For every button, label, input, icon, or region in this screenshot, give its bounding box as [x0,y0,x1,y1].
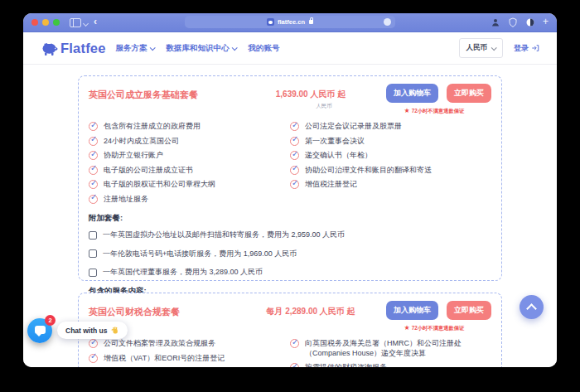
addons-title: 附加套餐: [89,213,491,224]
card-title: 英国公司财税合规套餐 [89,298,244,318]
pricing-card-uk-tax-compliance: 英国公司财税合规套餐 每月 2,289.00 人民币 起 加入购物车立即购买 ★… [78,293,502,367]
check-circle-icon [89,151,98,160]
check-circle-icon [89,122,98,131]
site-header: Flatfee 服务方案 数据库和知识中心 我的账号 人民币 登录 [23,32,557,65]
flatfee-logo[interactable]: Flatfee [41,41,106,56]
chat-unread-badge: 2 [45,315,56,326]
addon-option: 一年伦敦电话号码+电话接听服务，费用为 1,969.00 人民币 [89,249,491,259]
addon-option: 一年英国虚拟办公地址以及邮件扫描和转寄服务，费用为 2,959.00 人民币 [89,230,491,240]
feature-item: 包含所有注册成立的政府费用 [89,122,282,132]
browser-titlebar: ‹ flatfee.cn + [23,13,557,32]
check-circle-icon [290,137,299,146]
feature-item: 增值税（VAT）和EORI号的注册登记 [89,354,282,364]
new-tab-button[interactable]: + [543,17,549,27]
chevron-down-icon [231,45,237,51]
price-text: 每月 2,289.00 人民币 起 [244,306,377,317]
login-label: 登录 [514,43,529,54]
refund-guarantee-note: ★72小时不满意退款保证 [377,107,491,115]
buy-now-button[interactable]: 立即购买 [447,84,491,103]
site-favicon [267,18,274,26]
chat-label: Chat with us [65,327,108,335]
feature-item: 注册地址服务 [89,195,282,205]
feature-item: 按需提供的财税咨询服务 [290,363,483,367]
feature-item: 公司文件档案管理及政策合规服务 [89,339,282,349]
sidebar-chevron-down-icon[interactable] [83,21,89,27]
price-currency-sub: 人民币 [258,103,390,110]
currency-selector[interactable]: 人民币 [459,38,504,58]
feature-item: 递交确认书（年检） [290,151,483,161]
feature-list: 包含所有注册成立的政府费用 24小时内成立英国公司 协助开立银行账户 电子版的公… [89,122,491,209]
back-button[interactable]: ‹ [94,16,97,27]
login-arrow-icon [531,44,539,52]
feature-item: 电子版的公司注册成立证书 [89,166,282,176]
check-circle-icon [89,166,98,175]
minimize-window-button[interactable] [42,19,49,26]
feature-item: 向英国税务及海关总署（HMRC）和公司注册处（Companies House）递… [290,339,483,358]
check-circle-icon [290,166,299,175]
nav-account-label: 我的账号 [249,43,280,54]
add-to-cart-button[interactable]: 加入购物车 [386,301,438,320]
feature-item: 24小时内成立英国公司 [89,137,282,147]
feature-item: 协助公司治理文件和账目的翻译和寄送 [290,166,483,176]
check-circle-icon [290,122,299,131]
nav-services-label: 服务方案 [116,43,147,54]
check-circle-icon [290,363,299,367]
buy-now-button[interactable]: 立即购买 [447,301,491,320]
browser-window: ‹ flatfee.cn + [23,13,557,367]
check-circle-icon [89,137,98,146]
close-window-button[interactable] [31,19,38,26]
sidebar-toggle-icon[interactable] [70,18,81,27]
price-block: 1,639.00 人民币 起 人民币 [244,81,377,110]
scroll-to-top-button[interactable] [520,295,544,319]
feature-item: 第一次董事会决议 [290,137,483,147]
pricing-card-uk-formation: 英国公司成立服务基础套餐 1,639.00 人民币 起 人民币 加入购物车立即购… [78,75,502,281]
nav-knowledge-label: 数据库和知识中心 [167,43,230,54]
add-to-cart-button[interactable]: 加入购物车 [386,84,438,103]
chat-with-us-bubble[interactable]: Chat with us [57,322,128,339]
star-icon: ★ [404,324,410,332]
check-circle-icon [290,180,299,189]
feature-item: 电子版的股权证书和公司章程大纲 [89,180,282,190]
feature-item: 增值税注册登记 [290,180,483,190]
titlebar-right-icons: + [491,17,549,27]
contrast-extension-icon[interactable] [525,17,535,27]
check-circle-icon [89,195,98,204]
check-circle-icon [290,151,299,160]
check-circle-icon [89,180,98,189]
chat-bubble-icon [35,326,46,334]
brand-name: Flatfee [60,41,106,56]
check-circle-icon [290,339,299,348]
login-button[interactable]: 登录 [514,43,539,54]
main-nav: 服务方案 数据库和知识中心 我的账号 [116,43,280,54]
shield-privacy-icon[interactable] [508,17,518,27]
waving-hand-icon [111,327,119,335]
price-block: 每月 2,289.00 人民币 起 [244,298,377,317]
feature-list: 公司文件档案管理及政策合规服务 增值税（VAT）和EORI号的注册登记 月度或季… [89,339,491,367]
addon-option: 一年英国代理董事服务，费用为 3,289.00 人民币 [89,267,491,278]
address-bar[interactable]: flatfee.cn [185,16,395,28]
nav-services[interactable]: 服务方案 [116,43,154,54]
url-text: flatfee.cn [278,18,305,26]
nav-my-account[interactable]: 我的账号 [249,43,280,54]
currency-value: 人民币 [466,43,488,53]
checkbox[interactable] [89,231,97,240]
lock-icon [309,20,313,24]
check-circle-icon [89,339,98,348]
nav-knowledge-center[interactable]: 数据库和知识中心 [167,43,236,54]
piggy-bank-icon [41,41,58,56]
card-title: 英国公司成立服务基础套餐 [89,81,244,101]
chevron-down-icon [149,45,155,51]
chevron-down-icon [491,45,497,51]
feature-item: 协助开立银行账户 [89,151,282,161]
price-text: 1,639.00 人民币 起 [244,89,377,100]
refund-guarantee-note: ★72小时不满意退款保证 [377,324,491,332]
star-icon: ★ [404,107,410,114]
checkbox[interactable] [89,269,97,277]
reload-icon[interactable] [384,18,391,26]
profile-extension-icon[interactable] [491,17,500,27]
zoom-window-button[interactable] [53,19,60,26]
feature-item: 公司法定会议记录册及股票册 [290,122,483,132]
check-circle-icon [89,354,98,363]
checkbox[interactable] [89,249,97,258]
